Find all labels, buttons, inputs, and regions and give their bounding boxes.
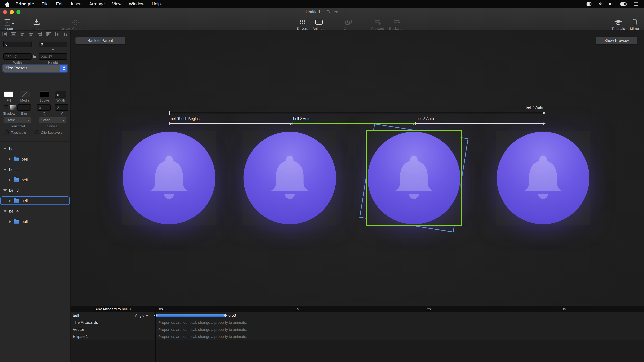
transition-label-bell-2-auto[interactable]: bell 2 Auto	[293, 117, 310, 121]
apple-menu-icon[interactable]	[5, 1, 10, 6]
align-top-icon[interactable]	[46, 32, 51, 38]
layer-group-bell-2[interactable]: bell 2	[0, 165, 70, 174]
window-tiling-icon[interactable]	[586, 2, 592, 6]
media-swatch[interactable]	[20, 91, 30, 97]
menu-arrange[interactable]: Arrange	[86, 0, 108, 8]
transition-arrow-bell-4-auto[interactable]	[169, 113, 543, 113]
menu-file[interactable]: File	[38, 0, 52, 8]
ruler-2s: 2s	[427, 306, 431, 312]
menu-view[interactable]: View	[108, 0, 125, 8]
back-to-parent-button[interactable]: Back to Parent	[76, 37, 125, 44]
drivers-button[interactable]: Drivers	[294, 18, 310, 30]
artboard-bell-2[interactable]	[243, 131, 336, 225]
transition-arrow-bell-touch-begins[interactable]	[169, 123, 290, 124]
volume-icon[interactable]	[608, 2, 614, 6]
menu-list-icon[interactable]	[633, 2, 639, 6]
shadow-y-input[interactable]: 2	[55, 104, 68, 111]
artboard-bell[interactable]	[122, 131, 216, 225]
distribute-vertical-icon[interactable]	[11, 32, 16, 38]
shadow-checkbox[interactable]	[4, 105, 8, 109]
layer-bell-2-child[interactable]: bell	[0, 176, 70, 184]
bell-icon[interactable]	[515, 150, 571, 206]
align-left-icon[interactable]	[20, 32, 25, 38]
vertical-resize-dropdown[interactable]: Static	[39, 117, 67, 123]
canvas[interactable]: Back to Parent Show Preview bell 4 Auto …	[71, 31, 644, 306]
y-input[interactable]: 0	[39, 41, 67, 47]
y-label: Y	[39, 48, 67, 52]
disclosure-down-icon[interactable]	[3, 189, 7, 191]
transition-label-bell-touch-begins[interactable]: bell Touch Begins	[171, 117, 200, 121]
distribute-horizontal-icon[interactable]	[2, 32, 8, 38]
easing-icon[interactable]: ✳	[146, 314, 148, 318]
timeline-row-vector[interactable]: Vector Properties are identical, change …	[71, 326, 644, 333]
import-button[interactable]: Import	[28, 18, 44, 30]
disclosure-down-icon[interactable]	[3, 169, 7, 171]
layer-group-bell-3[interactable]: bell 3	[0, 186, 70, 195]
size-presets-dropdown[interactable]: Size Presets	[3, 65, 68, 72]
artboard-bell-4[interactable]	[496, 131, 590, 225]
menu-window[interactable]: Window	[125, 0, 148, 8]
identical-message: Properties are identical, change a prope…	[158, 319, 247, 326]
align-middle-vertical-icon[interactable]	[54, 32, 60, 38]
layer-group-bell[interactable]: bell	[0, 144, 70, 153]
timeline-row-bell[interactable]: bell Angle✳ 0.50	[71, 312, 644, 319]
tutorials-label: Tutorials	[610, 26, 627, 30]
stroke-swatch[interactable]	[40, 91, 49, 97]
menu-edit[interactable]: Edit	[52, 0, 67, 8]
fill-swatch[interactable]	[4, 91, 14, 97]
tutorials-button[interactable]: Tutorials	[610, 18, 627, 30]
tutorials-icon	[610, 18, 627, 25]
transition-arrow-bell-2-auto[interactable]	[292, 123, 413, 124]
layer-bell-child[interactable]: bell	[0, 155, 70, 164]
layer-name: bell 2	[9, 167, 18, 172]
transition-label-bell-3-auto[interactable]: bell 3 Auto	[416, 117, 434, 121]
height-input[interactable]: 230.47	[39, 53, 67, 60]
horizontal-resize-dropdown[interactable]: Static	[3, 117, 31, 123]
disclosure-right-icon[interactable]	[9, 158, 11, 161]
shadow-label: Shadow	[3, 112, 16, 115]
shadow-color-swatch[interactable]	[10, 105, 16, 110]
transition-arrow-bell-3-auto[interactable]	[415, 123, 543, 124]
dropbox-icon[interactable]: ❖	[598, 0, 602, 8]
show-preview-button[interactable]: Show Preview	[596, 37, 637, 44]
timeline-column-divider[interactable]	[155, 306, 156, 362]
keyframe-span-slider[interactable]	[156, 314, 226, 317]
stroke-width-input[interactable]: 0	[55, 91, 66, 98]
bell-icon[interactable]	[141, 150, 197, 206]
layer-bell-4-child[interactable]: bell	[0, 217, 70, 226]
x-input[interactable]: 0	[3, 41, 32, 47]
shadow-x-input[interactable]: 0	[37, 104, 51, 111]
layer-group-bell-4[interactable]: bell 4	[0, 207, 70, 216]
align-right-icon[interactable]	[37, 32, 42, 38]
stroke-width-label: Width	[55, 98, 67, 102]
mirror-button[interactable]: Mirror	[627, 18, 642, 30]
touchable-checkbox[interactable]	[5, 130, 9, 134]
align-bottom-icon[interactable]	[63, 32, 68, 38]
menu-principle[interactable]: Principle	[16, 0, 38, 8]
size-presets-label: Size Presets	[6, 66, 27, 70]
disclosure-right-icon[interactable]	[9, 199, 11, 202]
disclosure-right-icon[interactable]	[9, 178, 11, 182]
battery-icon[interactable]	[620, 2, 627, 6]
align-center-horizontal-icon[interactable]	[28, 32, 34, 38]
layer-bell-3-child-selected[interactable]: bell	[0, 196, 70, 205]
width-input[interactable]: 230.47	[3, 53, 32, 60]
shadow-blur-input[interactable]: 4	[18, 104, 31, 111]
ruler-0s: 0s	[159, 306, 163, 312]
menu-insert[interactable]: Insert	[67, 0, 86, 8]
group-label: Group	[340, 26, 356, 30]
insert-icon: +	[1, 18, 16, 25]
bell-icon[interactable]	[262, 150, 318, 206]
timeline-row-the-artboards[interactable]: The Artboards Properties are identical, …	[71, 319, 644, 326]
constrain-lock-icon[interactable]	[32, 54, 36, 60]
timeline-row-ellipse-1[interactable]: Ellipse 1 Properties are identical, chan…	[71, 333, 644, 340]
clip-sublayers-checkbox[interactable]	[35, 130, 39, 134]
transition-label-bell-4-auto[interactable]: bell 4 Auto	[507, 105, 543, 109]
insert-button[interactable]: + Insert	[1, 18, 16, 30]
menu-help[interactable]: Help	[148, 0, 164, 8]
disclosure-down-icon[interactable]	[3, 210, 7, 212]
animate-button[interactable]: Animate	[311, 18, 327, 30]
selection-border[interactable]	[366, 130, 462, 226]
disclosure-right-icon[interactable]	[9, 220, 11, 223]
disclosure-down-icon[interactable]	[3, 148, 7, 150]
